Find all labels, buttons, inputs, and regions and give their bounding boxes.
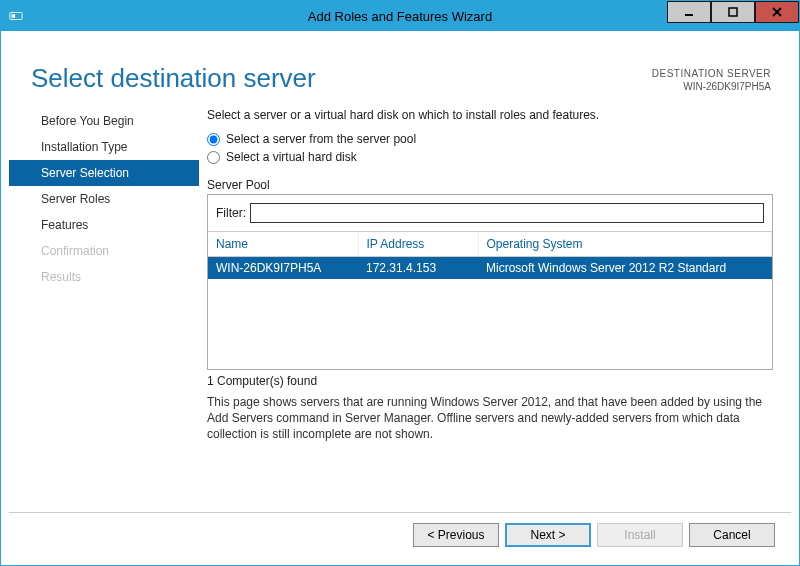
body-row: Before You Begin Installation Type Serve… [9, 104, 791, 512]
radio-server-pool-input[interactable] [207, 133, 220, 146]
table-empty-space [208, 279, 772, 369]
filter-row: Filter: [208, 195, 772, 232]
content-area: Select destination server DESTINATION SE… [1, 31, 799, 565]
app-icon [7, 7, 25, 25]
destination-value: WIN-26DK9I7PH5A [652, 80, 771, 93]
destination-label: DESTINATION SERVER [652, 67, 771, 80]
step-server-selection[interactable]: Server Selection [9, 160, 199, 186]
cell-ip: 172.31.4.153 [358, 257, 478, 280]
radio-server-pool-label: Select a server from the server pool [226, 132, 416, 146]
col-name[interactable]: Name [208, 232, 358, 257]
radio-vhd-label: Select a virtual hard disk [226, 150, 357, 164]
step-before-you-begin[interactable]: Before You Begin [9, 108, 199, 134]
radio-vhd-input[interactable] [207, 151, 220, 164]
hint-text: This page shows servers that are running… [207, 394, 773, 443]
step-installation-type[interactable]: Installation Type [9, 134, 199, 160]
col-os[interactable]: Operating System [478, 232, 772, 257]
minimize-button[interactable] [667, 1, 711, 23]
next-button[interactable]: Next > [505, 523, 591, 547]
server-pool-title: Server Pool [207, 178, 773, 192]
step-results: Results [9, 264, 199, 290]
step-features[interactable]: Features [9, 212, 199, 238]
page-title: Select destination server [31, 63, 316, 94]
previous-button[interactable]: < Previous [413, 523, 499, 547]
cell-os: Microsoft Windows Server 2012 R2 Standar… [478, 257, 772, 280]
window-controls [667, 1, 799, 31]
install-button: Install [597, 523, 683, 547]
server-pool-box: Filter: Name IP Address Operating System [207, 194, 773, 370]
title-bar: Add Roles and Features Wizard [1, 1, 799, 31]
instruction-text: Select a server or a virtual hard disk o… [207, 108, 773, 122]
table-row[interactable]: WIN-26DK9I7PH5A 172.31.4.153 Microsoft W… [208, 257, 772, 280]
cell-name: WIN-26DK9I7PH5A [208, 257, 358, 280]
svg-rect-1 [12, 14, 16, 18]
maximize-button[interactable] [711, 1, 755, 23]
svg-rect-3 [729, 8, 737, 16]
cancel-button[interactable]: Cancel [689, 523, 775, 547]
steps-nav: Before You Begin Installation Type Serve… [9, 104, 199, 512]
radio-server-pool[interactable]: Select a server from the server pool [207, 132, 773, 146]
computers-found-label: 1 Computer(s) found [207, 374, 773, 388]
destination-block: DESTINATION SERVER WIN-26DK9I7PH5A [652, 67, 771, 94]
filter-input[interactable] [250, 203, 764, 223]
radio-vhd[interactable]: Select a virtual hard disk [207, 150, 773, 164]
close-button[interactable] [755, 1, 799, 23]
col-ip[interactable]: IP Address [358, 232, 478, 257]
step-server-roles[interactable]: Server Roles [9, 186, 199, 212]
filter-label: Filter: [216, 206, 246, 220]
main-panel: Select a server or a virtual hard disk o… [199, 104, 791, 512]
footer-buttons: < Previous Next > Install Cancel [9, 512, 791, 557]
server-pool-table: Name IP Address Operating System WIN-26D… [208, 232, 772, 369]
wizard-window: Add Roles and Features Wizard Select des… [0, 0, 800, 566]
header-row: Select destination server DESTINATION SE… [9, 39, 791, 104]
step-confirmation: Confirmation [9, 238, 199, 264]
